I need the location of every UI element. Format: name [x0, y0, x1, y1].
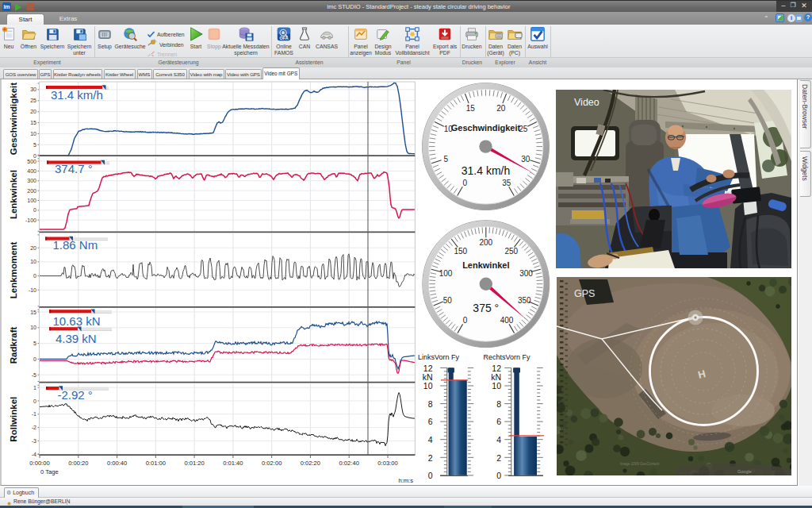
svg-text:35: 35 — [502, 179, 511, 187]
svg-text:100: 100 — [27, 198, 36, 203]
svg-text:Image 2009 GeoContent: Image 2009 GeoContent — [620, 462, 660, 466]
svg-text:8: 8 — [496, 399, 501, 409]
svg-text:Radkraft: Radkraft — [9, 326, 18, 364]
svg-text:10.63 kN: 10.63 kN — [53, 314, 101, 328]
svg-text:8: 8 — [428, 399, 433, 409]
svg-text:Geschwindigkeit: Geschwindigkeit — [451, 123, 521, 133]
svg-text:-4: -4 — [32, 452, 36, 457]
svg-text:0:00:40: 0:00:40 — [107, 460, 127, 467]
svg-text:0: 0 — [463, 316, 468, 325]
svg-text:2: 2 — [428, 453, 433, 463]
svg-text:0: 0 — [496, 471, 501, 480]
svg-text:h:m:s: h:m:s — [398, 477, 413, 484]
svg-text:0: 0 — [428, 471, 433, 480]
svg-text:0: 0 — [33, 273, 36, 279]
svg-text:0 Tage: 0 Tage — [40, 468, 59, 475]
svg-text:15: 15 — [466, 104, 476, 113]
svg-text:300: 300 — [519, 269, 533, 278]
svg-text:4: 4 — [428, 435, 433, 444]
svg-text:Video: Video — [574, 97, 599, 108]
svg-text:100: 100 — [439, 269, 453, 278]
svg-text:Lenkmoment: Lenkmoment — [9, 241, 18, 298]
svg-text:150: 150 — [454, 247, 467, 256]
svg-text:5: 5 — [33, 142, 36, 148]
svg-text:200: 200 — [27, 188, 36, 194]
svg-text:0:00:20: 0:00:20 — [68, 460, 88, 467]
svg-text:5: 5 — [444, 155, 449, 164]
svg-text:-100: -100 — [25, 217, 36, 223]
svg-text:Geschwindigkeit: Geschwindigkeit — [9, 83, 18, 156]
svg-text:0:01:00: 0:01:00 — [146, 460, 166, 467]
svg-text:31.4 km/h: 31.4 km/h — [51, 88, 103, 102]
svg-text:50: 50 — [443, 296, 453, 305]
svg-text:Rollwinkel: Rollwinkel — [9, 397, 18, 442]
svg-text:0:01:20: 0:01:20 — [184, 460, 204, 467]
svg-text:2: 2 — [496, 453, 501, 463]
svg-text:6: 6 — [428, 417, 433, 426]
svg-text:15: 15 — [30, 120, 36, 125]
svg-text:374.7 °: 374.7 ° — [55, 162, 93, 175]
svg-text:250: 250 — [504, 247, 518, 256]
svg-text:Lenkwinkel: Lenkwinkel — [462, 260, 509, 270]
svg-text:4: 4 — [496, 435, 501, 444]
svg-text:10: 10 — [30, 259, 36, 264]
svg-text:kN: kN — [491, 372, 501, 382]
svg-text:-10: -10 — [29, 287, 36, 293]
svg-text:6: 6 — [496, 417, 501, 426]
svg-text:0:03:00: 0:03:00 — [377, 460, 397, 467]
svg-text:0:02:00: 0:02:00 — [262, 460, 282, 467]
svg-text:Google: Google — [737, 469, 752, 474]
svg-text:500: 500 — [27, 159, 36, 164]
svg-text:0: 0 — [33, 356, 36, 362]
svg-text:25: 25 — [30, 98, 36, 103]
svg-text:kN: kN — [423, 372, 433, 382]
svg-text:Lenkwinkel: Lenkwinkel — [9, 170, 18, 219]
svg-text:400: 400 — [27, 168, 36, 174]
svg-text:10: 10 — [30, 131, 36, 137]
svg-text:-3: -3 — [32, 438, 36, 444]
svg-text:31.4 km/h: 31.4 km/h — [462, 164, 510, 177]
svg-text:-2.92 °: -2.92 ° — [58, 388, 93, 402]
svg-text:30: 30 — [521, 155, 530, 164]
svg-text:10: 10 — [423, 381, 433, 391]
svg-text:300: 300 — [27, 178, 36, 183]
svg-text:4.39 kN: 4.39 kN — [56, 332, 97, 345]
svg-text:350: 350 — [518, 296, 531, 305]
svg-text:15: 15 — [30, 310, 36, 315]
svg-text:0:02:20: 0:02:20 — [301, 460, 320, 467]
svg-text:10: 10 — [492, 381, 501, 391]
svg-text:0: 0 — [462, 179, 467, 187]
svg-text:20: 20 — [496, 104, 506, 113]
svg-text:375 °: 375 ° — [473, 302, 499, 314]
svg-text:OFA: OFA — [279, 36, 288, 40]
svg-text:1.86 Nm: 1.86 Nm — [53, 238, 98, 252]
svg-text:0: 0 — [33, 398, 36, 404]
svg-text:30: 30 — [30, 87, 36, 92]
svg-text:-1: -1 — [32, 411, 36, 417]
svg-text:10: 10 — [30, 325, 36, 330]
svg-text:400: 400 — [500, 316, 514, 325]
svg-text:0: 0 — [33, 207, 36, 213]
svg-text:LinksVorn Fy: LinksVorn Fy — [418, 353, 460, 361]
svg-text:-5: -5 — [32, 372, 36, 378]
svg-text:-2: -2 — [32, 425, 36, 430]
svg-text:5: 5 — [33, 341, 36, 346]
svg-text:20: 20 — [30, 245, 36, 251]
svg-text:20: 20 — [30, 109, 36, 114]
svg-text:RechtsVorn Fy: RechtsVorn Fy — [483, 353, 530, 361]
svg-text:0:02:40: 0:02:40 — [339, 460, 359, 467]
svg-text:0:00:00: 0:00:00 — [29, 460, 49, 467]
svg-text:GPS: GPS — [574, 288, 595, 299]
svg-text:12: 12 — [492, 364, 501, 373]
svg-text:1: 1 — [33, 385, 36, 391]
svg-text:0:01:40: 0:01:40 — [223, 460, 243, 467]
svg-text:12: 12 — [423, 364, 433, 373]
svg-text:200: 200 — [479, 238, 492, 247]
